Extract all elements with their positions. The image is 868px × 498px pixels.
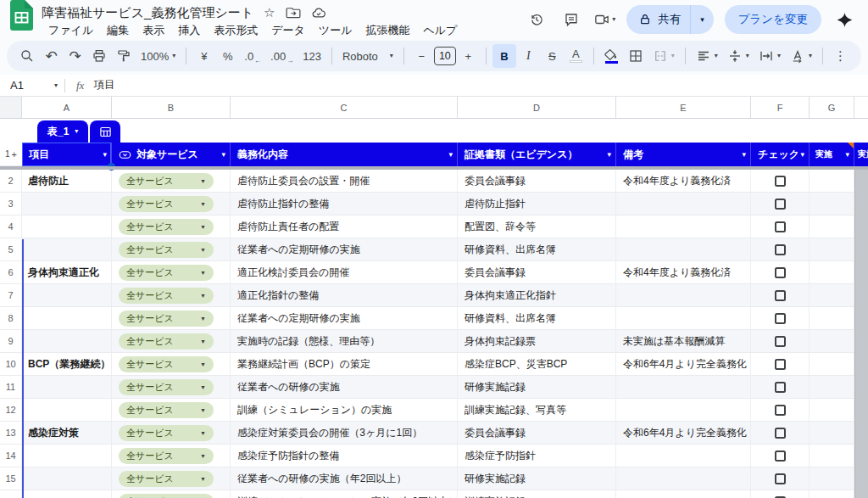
menu-item-5[interactable]: データ [264, 22, 312, 39]
column-header-G[interactable]: G [810, 97, 854, 119]
add-row-icon[interactable]: + [12, 149, 17, 159]
service-dropdown-chip[interactable]: 全サービス▼ [119, 265, 214, 281]
row-number[interactable]: 11 [0, 376, 22, 399]
check-cell[interactable] [751, 261, 810, 284]
check-cell[interactable] [751, 215, 810, 238]
increase-font-size-button[interactable]: + [457, 44, 480, 68]
check-cell[interactable] [751, 467, 810, 490]
service-dropdown-chip[interactable]: 全サービス▼ [119, 196, 214, 212]
note-cell[interactable] [616, 215, 751, 238]
print-button[interactable] [87, 44, 111, 68]
obligation-cell[interactable]: 実施時の記録（態様、理由等） [231, 330, 458, 353]
check-cell[interactable] [751, 238, 810, 261]
name-box[interactable]: A1 ▾ [0, 79, 64, 92]
status-cell[interactable] [810, 261, 854, 284]
obligation-cell[interactable]: 虐待防止責任者の配置 [231, 215, 458, 238]
menu-item-0[interactable]: ファイル [42, 22, 100, 39]
menu-item-4[interactable]: 表示形式 [207, 22, 264, 39]
status-cell[interactable] [810, 193, 854, 215]
category-cell[interactable] [22, 307, 112, 330]
column-menu-icon[interactable]: ▾ [221, 150, 225, 159]
fill-color-button[interactable] [600, 44, 623, 68]
category-cell[interactable]: 身体拘束適正化 [22, 261, 112, 284]
category-cell[interactable] [22, 238, 112, 261]
service-cell[interactable]: 全サービス▼ [112, 490, 231, 498]
service-dropdown-chip[interactable]: 全サービス▼ [119, 402, 214, 418]
redo-button[interactable]: ↷ [64, 44, 86, 68]
increase-decimal-button[interactable]: .00→ [266, 44, 298, 68]
comment-marker[interactable] [848, 143, 854, 148]
status-cell[interactable] [810, 330, 854, 353]
service-dropdown-chip[interactable]: 全サービス▼ [119, 242, 214, 258]
service-dropdown-chip[interactable]: 全サービス▼ [119, 448, 214, 464]
text-wrap-button[interactable]: ▾ [754, 44, 785, 68]
evidence-cell[interactable]: 身体拘束適正化指針 [458, 284, 616, 307]
checkbox[interactable] [775, 199, 786, 210]
check-cell[interactable] [751, 353, 810, 376]
note-cell[interactable]: 未実施は基本報酬減算 [616, 330, 751, 353]
service-cell[interactable]: 全サービス▼ [112, 170, 231, 193]
note-cell[interactable] [616, 193, 751, 215]
column-menu-icon[interactable]: ▾ [448, 150, 453, 159]
column-menu-icon[interactable]: ▾ [742, 150, 746, 159]
checkbox[interactable] [775, 176, 786, 187]
font-select[interactable]: Roboto▾ [338, 44, 398, 68]
category-cell[interactable] [22, 193, 112, 215]
checkbox[interactable] [775, 382, 786, 393]
checkbox[interactable] [775, 428, 786, 439]
row-number[interactable]: 10 [0, 353, 22, 376]
obligation-cell[interactable]: 虐待防止指針の整備 [231, 193, 458, 215]
check-cell[interactable] [751, 490, 810, 498]
menu-item-1[interactable]: 編集 [100, 22, 136, 39]
more-options-button[interactable]: ⋮ [829, 44, 852, 68]
menu-item-7[interactable]: 拡張機能 [359, 22, 416, 39]
checkbox[interactable] [775, 359, 786, 370]
menu-item-2[interactable]: 表示 [136, 22, 171, 39]
evidence-cell[interactable]: 委員会議事録 [458, 422, 616, 445]
status-cell[interactable] [810, 307, 854, 330]
obligation-cell[interactable]: 適正化指針の整備 [231, 284, 458, 307]
category-cell[interactable]: 感染症対策 [22, 422, 112, 445]
checkbox[interactable] [775, 244, 786, 255]
obligation-cell[interactable]: 従業者への研修の実施 [231, 376, 458, 399]
row-number[interactable]: 7 [0, 284, 22, 307]
obligation-cell[interactable]: 従業者への定期研修の実施 [231, 238, 458, 261]
paint-format-button[interactable] [112, 44, 136, 68]
italic-button[interactable]: I [517, 44, 540, 68]
row-number[interactable]: 4 [0, 215, 22, 238]
status-cell[interactable] [810, 353, 854, 376]
note-cell[interactable]: 令和4年度より義務化済 [616, 261, 751, 284]
column-header-D[interactable]: D [458, 97, 616, 119]
status-cell[interactable] [810, 376, 854, 399]
column-menu-icon[interactable]: ▾ [845, 150, 849, 159]
row-number[interactable]: 16 [0, 490, 22, 498]
column-menu-icon[interactable]: ▾ [800, 150, 804, 159]
version-history-icon[interactable] [525, 8, 548, 31]
checkbox[interactable] [775, 313, 786, 324]
checkbox[interactable] [775, 450, 786, 462]
comment-icon[interactable] [559, 8, 583, 31]
select-all-corner[interactable] [0, 97, 22, 119]
note-cell[interactable] [616, 307, 751, 330]
menu-item-3[interactable]: 挿入 [171, 22, 207, 39]
header-cell-item[interactable]: 項目 ▾ [22, 143, 112, 166]
evidence-cell[interactable]: 研修資料、出席名簿 [458, 307, 616, 330]
gemini-sparkle-icon[interactable] [832, 8, 856, 31]
service-dropdown-chip[interactable]: 全サービス▼ [119, 425, 214, 441]
service-dropdown-chip[interactable]: 全サービス▼ [119, 471, 214, 487]
note-cell[interactable] [616, 445, 751, 467]
check-cell[interactable] [751, 376, 810, 399]
obligation-cell[interactable]: 感染症予防指針の整備 [231, 445, 458, 467]
decrease-decimal-button[interactable]: .0← [240, 44, 265, 68]
category-cell[interactable] [22, 399, 112, 422]
vertical-scrollbar[interactable] [854, 170, 868, 498]
service-cell[interactable]: 全サービス▼ [112, 399, 231, 422]
checkbox[interactable] [775, 267, 786, 278]
sheets-logo-icon[interactable] [10, 0, 33, 31]
menu-item-8[interactable]: ヘルプ [416, 22, 464, 39]
header-cell-note[interactable]: 備考 ▾ [616, 143, 751, 166]
status-cell[interactable] [810, 422, 854, 445]
service-dropdown-chip[interactable]: 全サービス▼ [119, 333, 214, 350]
row-number[interactable]: 8 [0, 307, 22, 330]
borders-button[interactable] [624, 44, 648, 68]
